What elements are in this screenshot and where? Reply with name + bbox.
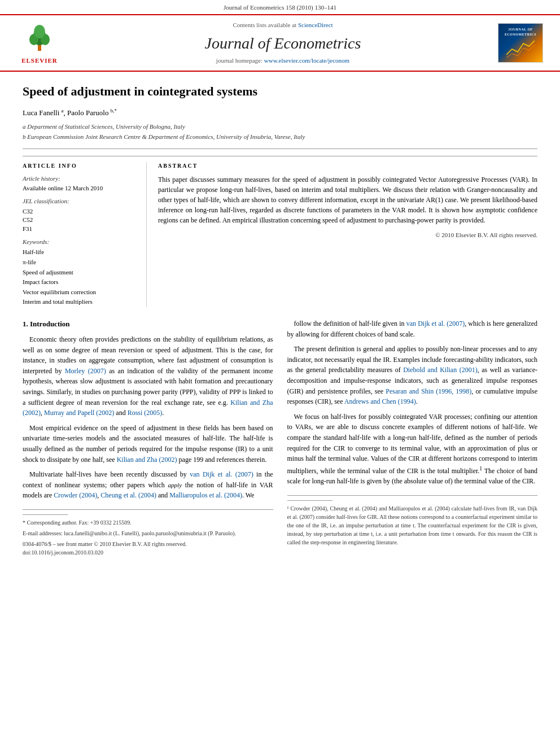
- keywords-label: Keywords:: [23, 238, 138, 246]
- header-center: Contents lists available at ScienceDirec…: [73, 21, 492, 65]
- body-col-right: follow the definition of half-life given…: [287, 318, 538, 559]
- keyword-speed: Speed of adjustment: [23, 268, 138, 278]
- body-para-1: Economic theory often provides predictio…: [23, 334, 273, 418]
- doi-value: doi:10.1016/j.jeconom.2010.03.020: [23, 549, 103, 556]
- section1-heading: 1. Introduction: [23, 318, 273, 330]
- citation-text: Journal of Econometrics 158 (2010) 130–1…: [224, 4, 336, 11]
- keyword-interim: Interim and total multipliers: [23, 297, 138, 307]
- homepage-line: journal homepage: www.elsevier.com/locat…: [73, 56, 492, 65]
- abstract-text: This paper discusses summary measures fo…: [158, 174, 537, 225]
- jel-c32: C32: [23, 207, 138, 216]
- sciencedirect-label: Contents lists available at: [233, 21, 296, 28]
- article-info-col: ARTICLE INFO Article history: Available …: [23, 162, 147, 307]
- elsevier-tree-icon: [23, 21, 56, 55]
- footnote-divider-r: [287, 500, 333, 501]
- ref-diebold[interactable]: Diebold and Kilian (2001): [403, 366, 478, 374]
- header-right: JOURNAL OF ECONOMETRICS: [498, 23, 549, 63]
- body-section: 1. Introduction Economic theory often pr…: [23, 318, 537, 559]
- apply-text: apply: [168, 482, 182, 488]
- ref-andrews-chen[interactable]: Andrews and Chen (1994): [344, 397, 416, 405]
- cover-journal-label: JOURNAL OF ECONOMETRICS: [501, 27, 540, 37]
- keyword-impact: Impact factors: [23, 277, 138, 287]
- svg-point-4: [34, 25, 45, 38]
- affiliation-b: b European Commission Joint Research Cen…: [23, 132, 537, 142]
- ref-vandijk[interactable]: van Dijk et al. (2007): [190, 470, 253, 478]
- homepage-label: journal homepage:: [216, 57, 262, 64]
- body-para-2: Most empirical evidence on the speed of …: [23, 423, 273, 465]
- info-abstract-row: ARTICLE INFO Article history: Available …: [23, 156, 537, 307]
- body-para-r2: The present definition is general and ap…: [287, 344, 538, 407]
- ref-murray-papell[interactable]: Murray and Papell (2002): [44, 409, 114, 417]
- ref-crowder[interactable]: Crowder (2004): [54, 491, 97, 499]
- doi-line: 0304-4076/$ – see front matter © 2010 El…: [23, 540, 273, 557]
- available-date: Available online 12 March 2010: [23, 184, 138, 193]
- journal-header: ELSEVIER Contents lists available at Sci…: [0, 14, 560, 72]
- jel-c52: C52: [23, 216, 138, 224]
- authors-text: Luca Fanelli a, Paolo Paruolo b,*: [23, 108, 117, 117]
- body-para-r3: We focus on half-lives for possibly coin…: [287, 412, 538, 487]
- header-divider: [23, 148, 537, 149]
- affiliations: a Department of Statistical Sciences, Un…: [23, 122, 537, 142]
- journal-title-main: Journal of Econometrics: [73, 32, 492, 54]
- ref-pesaran-shin[interactable]: Pesaran and Shin (1996, 1998): [386, 387, 471, 395]
- keyword-pilife: π-life: [23, 257, 138, 268]
- cover-graphic-icon: [506, 38, 535, 58]
- history-label: Article history:: [23, 174, 138, 183]
- doi-rights: 0304-4076/$ – see front matter © 2010 El…: [23, 541, 187, 547]
- article-content: Speed of adjustment in cointegrated syst…: [0, 72, 560, 570]
- ref-rossi[interactable]: Rossi (2005): [128, 409, 163, 417]
- keyword-vec: Vector equilibrium correction: [23, 287, 138, 298]
- citation-bar: Journal of Econometrics 158 (2010) 130–1…: [0, 0, 560, 14]
- page-container: Journal of Econometrics 158 (2010) 130–1…: [0, 0, 560, 570]
- ref-vandijk-r[interactable]: van Dijk et al. (2007): [406, 320, 465, 327]
- body-para-r1: follow the definition of half-life given…: [287, 318, 538, 339]
- journal-cover-image: JOURNAL OF ECONOMETRICS: [498, 23, 543, 63]
- abstract-col: ABSTRACT This paper discusses summary me…: [158, 162, 537, 307]
- jel-f31: F31: [23, 225, 138, 233]
- sciencedirect-line: Contents lists available at ScienceDirec…: [73, 21, 492, 29]
- corresponding-author-note: * Corresponding author. Fax: +39 0332 21…: [23, 518, 273, 527]
- affiliation-a: a Department of Statistical Sciences, Un…: [23, 122, 537, 132]
- footnote-section-right: ¹ Crowder (2004), Cheung et al. (2004) a…: [287, 495, 538, 547]
- sciencedirect-link[interactable]: ScienceDirect: [298, 21, 333, 28]
- body-col-left: 1. Introduction Economic theory often pr…: [23, 318, 273, 559]
- copyright-line: © 2010 Elsevier B.V. All rights reserved…: [158, 231, 537, 239]
- elsevier-logo: ELSEVIER: [21, 21, 58, 65]
- jel-codes: C32 C52 F31: [23, 207, 138, 233]
- body-para-3: Multivariate half-lives have been recent…: [23, 469, 273, 501]
- footnote-section-left: * Corresponding author. Fax: +39 0332 21…: [23, 509, 273, 557]
- email-line: E-mail addresses: luca.fanelli@unibo.it …: [23, 529, 273, 538]
- footnote-divider: [23, 514, 68, 515]
- elsevier-brand-text: ELSEVIER: [21, 56, 58, 65]
- header-left: ELSEVIER: [11, 21, 68, 65]
- ref-kilian-zha2[interactable]: Kilian and Zha (2002): [117, 456, 177, 464]
- article-title: Speed of adjustment in cointegrated syst…: [23, 83, 537, 101]
- ref-cheung[interactable]: Cheung et al. (2004): [100, 491, 156, 499]
- authors-line: Luca Fanelli a, Paolo Paruolo b,*: [23, 107, 537, 119]
- ref-malliaropulos[interactable]: Malliaropulos et al. (2004): [169, 491, 242, 499]
- keyword-halflife: Half-life: [23, 247, 138, 257]
- keywords-list: Half-life π-life Speed of adjustment Imp…: [23, 247, 138, 307]
- article-info-title: ARTICLE INFO: [23, 162, 138, 170]
- fn1-text: ¹ Crowder (2004), Cheung et al. (2004) a…: [287, 504, 538, 547]
- ref-morley[interactable]: Morley (2007): [65, 367, 106, 375]
- jel-label: JEL classification:: [23, 197, 138, 206]
- homepage-link[interactable]: www.elsevier.com/locate/jeconom: [264, 57, 349, 64]
- abstract-title: ABSTRACT: [158, 162, 537, 170]
- two-col-body: 1. Introduction Economic theory often pr…: [23, 318, 537, 559]
